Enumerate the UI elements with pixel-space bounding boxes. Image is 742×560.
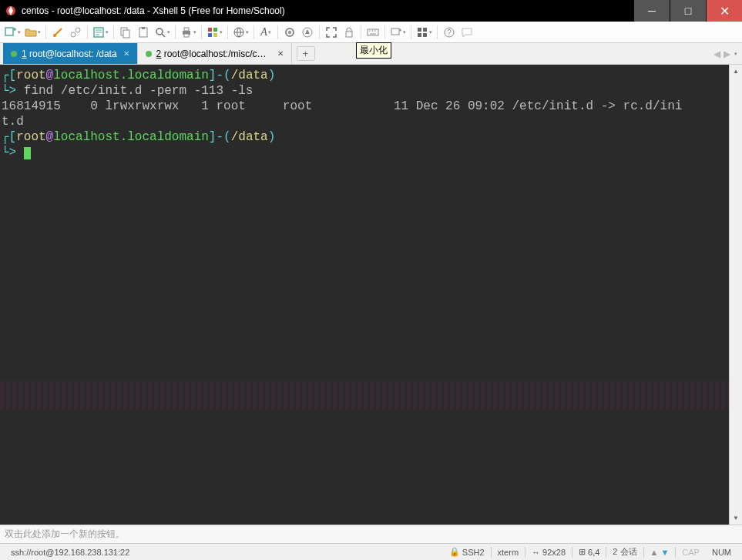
- status-dot-icon: [146, 51, 152, 57]
- svg-rect-12: [184, 28, 189, 31]
- svg-rect-15: [213, 28, 217, 32]
- compose-bar[interactable]: 双击此处添加一个新的按钮。: [0, 525, 742, 543]
- terminal[interactable]: ┌[root@localhost.localdomain]-(/data) └>…: [0, 65, 729, 525]
- svg-point-20: [288, 31, 291, 34]
- status-arrows: ▲ ▼: [644, 548, 676, 557]
- print-button[interactable]: ▾: [179, 24, 198, 41]
- tab-prev-icon[interactable]: ◀: [713, 49, 720, 59]
- svg-rect-9: [142, 27, 145, 29]
- fullscreen-button[interactable]: [323, 24, 340, 41]
- separator: [319, 25, 320, 39]
- disconnect-button[interactable]: [67, 24, 84, 41]
- status-term: xterm: [492, 548, 525, 557]
- status-cap: CAP: [676, 548, 706, 557]
- separator: [227, 25, 228, 39]
- tab-close-icon[interactable]: ✕: [123, 49, 129, 58]
- close-button[interactable]: ✕: [707, 0, 742, 22]
- svg-rect-23: [368, 29, 378, 35]
- status-size: ↔92x28: [525, 548, 572, 557]
- svg-rect-1: [5, 28, 13, 35]
- keyboard-button[interactable]: [364, 24, 381, 41]
- separator: [253, 25, 254, 39]
- scroll-track[interactable]: [730, 78, 742, 511]
- svg-rect-27: [418, 33, 421, 37]
- separator: [45, 25, 46, 39]
- open-button[interactable]: ▾: [23, 24, 42, 41]
- svg-rect-28: [423, 33, 427, 37]
- properties-button[interactable]: ▾: [91, 24, 110, 41]
- status-dot-icon: [11, 51, 17, 57]
- minimize-button[interactable]: ─: [634, 0, 670, 22]
- svg-rect-13: [184, 34, 189, 37]
- status-ssh: 🔒SSH2: [443, 547, 491, 557]
- app-icon: [5, 5, 17, 17]
- terminal-pane: ┌[root@localhost.localdomain]-(/data) └>…: [0, 65, 742, 525]
- separator: [277, 25, 278, 39]
- svg-point-10: [156, 29, 163, 35]
- titlebar: centos - root@localhost: /data - Xshell …: [0, 0, 742, 22]
- new-window-button[interactable]: ▾: [388, 24, 408, 41]
- tab-close-icon[interactable]: ✕: [277, 49, 284, 58]
- toolbar: ▾ ▾ ▾ ▾ ▾ ▾ ▾ A▾ ▾ ▾ ? 最小化: [0, 22, 742, 43]
- scrollbar[interactable]: ▲ ▼: [729, 65, 742, 525]
- tab-list-icon[interactable]: ▾: [734, 51, 737, 57]
- svg-point-4: [76, 28, 80, 32]
- svg-rect-26: [423, 28, 427, 32]
- visualizer-bg: [0, 381, 729, 409]
- new-session-button[interactable]: ▾: [3, 24, 22, 41]
- lock-icon: 🔒: [449, 547, 460, 557]
- font-button[interactable]: A▾: [257, 24, 274, 41]
- status-bar: ssh://root@192.168.238.131:22 🔒SSH2 xter…: [0, 543, 742, 560]
- svg-rect-7: [123, 30, 129, 38]
- trace-button[interactable]: [299, 24, 316, 41]
- separator: [87, 25, 88, 39]
- separator: [361, 25, 361, 39]
- help-button[interactable]: ?: [441, 24, 458, 41]
- tab-1[interactable]: 1 root@localhost: /data ✕: [3, 43, 138, 64]
- feedback-button[interactable]: [458, 24, 475, 41]
- svg-rect-22: [346, 32, 352, 37]
- compose-placeholder: 双击此处添加一个新的按钮。: [5, 528, 125, 541]
- svg-rect-17: [213, 33, 217, 37]
- scroll-down-icon[interactable]: ▼: [730, 511, 742, 525]
- svg-rect-16: [208, 33, 212, 37]
- arrow-down-icon: ▼: [660, 548, 669, 557]
- position-icon: ⊞: [579, 547, 586, 557]
- separator: [437, 25, 438, 39]
- separator: [175, 25, 176, 39]
- lock-button[interactable]: [341, 24, 358, 41]
- copy-button[interactable]: [117, 24, 134, 41]
- encoding-button[interactable]: ▾: [231, 24, 250, 41]
- find-button[interactable]: ▾: [153, 24, 172, 41]
- separator: [113, 25, 114, 39]
- svg-rect-24: [391, 29, 399, 35]
- maximize-button[interactable]: □: [670, 0, 706, 22]
- svg-point-3: [71, 32, 76, 37]
- status-connection: ssh://root@192.168.238.131:22: [5, 548, 136, 557]
- separator: [384, 25, 385, 39]
- tab-2[interactable]: 2 root@localhost:/misc/cd/Pa... ✕: [138, 43, 292, 64]
- scroll-up-icon[interactable]: ▲: [730, 65, 742, 78]
- tab-add-button[interactable]: +: [297, 46, 315, 61]
- layout-button[interactable]: ▾: [415, 24, 434, 41]
- paste-button[interactable]: [135, 24, 152, 41]
- status-position: ⊞6,4: [572, 547, 606, 557]
- tab-next-icon[interactable]: ▶: [724, 49, 730, 59]
- highlight-button[interactable]: [281, 24, 298, 41]
- svg-rect-25: [418, 28, 421, 32]
- separator: [201, 25, 202, 39]
- status-sessions: 2 会话: [606, 546, 643, 558]
- svg-point-2: [53, 34, 56, 37]
- resize-icon: ↔: [532, 548, 540, 557]
- color-scheme-button[interactable]: ▾: [205, 24, 224, 41]
- svg-rect-14: [208, 28, 212, 32]
- tooltip: 最小化: [356, 42, 391, 59]
- tab-nav: ◀ ▶ ▾: [713, 43, 742, 64]
- cursor: [24, 147, 31, 159]
- status-num: NUM: [706, 548, 737, 557]
- window-controls: ─ □ ✕: [634, 0, 742, 22]
- reconnect-button[interactable]: [49, 24, 66, 41]
- separator: [411, 25, 411, 39]
- svg-text:?: ?: [447, 29, 452, 37]
- window-title: centos - root@localhost: /data - Xshell …: [22, 5, 634, 16]
